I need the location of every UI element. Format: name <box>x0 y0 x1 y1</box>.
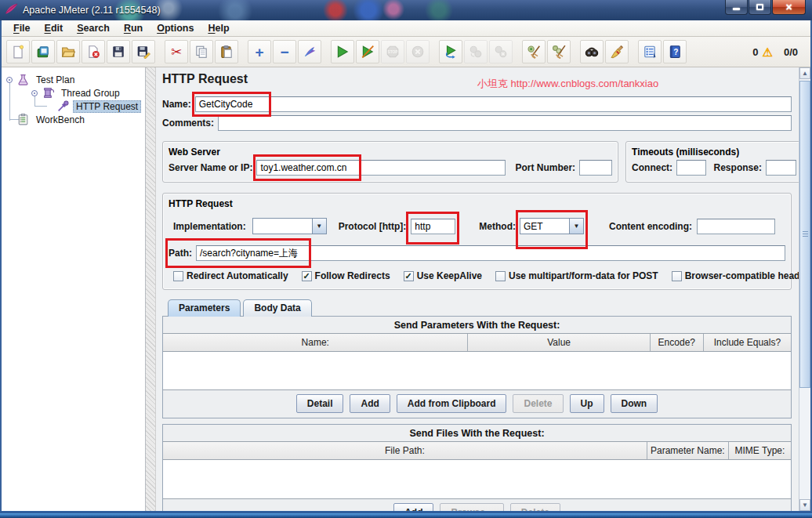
search-reset-button[interactable] <box>605 40 629 63</box>
tree-item-http-request[interactable]: HTTP Request <box>2 100 145 113</box>
column-header-value: Value <box>467 334 649 351</box>
up-button[interactable]: Up <box>570 394 604 413</box>
checkbox-redirect-automatically[interactable]: Redirect Automatically <box>173 270 288 281</box>
paste-button[interactable] <box>215 40 238 63</box>
expand-all-button[interactable]: + <box>248 40 271 63</box>
save-button[interactable] <box>107 40 130 63</box>
tree-item-label: Test Plan <box>33 74 78 86</box>
connect-timeout-field[interactable] <box>676 160 705 176</box>
search-button[interactable] <box>580 40 604 63</box>
checkbox-follow-redirects[interactable]: ✓Follow Redirects <box>302 270 390 281</box>
close-button[interactable]: × <box>772 0 806 15</box>
remote-start-all-icon <box>469 45 483 59</box>
test-plan-icon <box>16 73 30 86</box>
tree-item-label: WorkBench <box>33 114 88 126</box>
close-file-button[interactable] <box>82 40 105 63</box>
stop-button[interactable]: STOP <box>381 40 404 63</box>
start-button[interactable] <box>331 40 354 63</box>
checkbox-browser-compatible-headers[interactable]: Browser-compatible headers <box>672 270 799 281</box>
checkbox-icon: ✓ <box>404 271 414 281</box>
window-bottom-edge <box>0 511 812 518</box>
maximize-button[interactable] <box>749 0 771 15</box>
detail-button[interactable]: Detail <box>296 394 344 413</box>
port-number-field[interactable] <box>579 160 612 176</box>
function-helper-button[interactable] <box>638 40 662 63</box>
toggle-button[interactable] <box>298 40 321 63</box>
content-encoding-field[interactable] <box>697 219 775 234</box>
response-timeout-field[interactable] <box>766 160 796 176</box>
shutdown-button[interactable] <box>406 40 430 63</box>
minimize-icon <box>733 8 740 10</box>
chevron-down-icon: ▼ <box>312 219 326 234</box>
tree-item-thread-group[interactable]: Thread Group <box>2 86 145 100</box>
remote-stop-all-button[interactable] <box>489 40 513 63</box>
title-bar[interactable]: Apache JMeter (2.11 r1554548) × <box>0 0 812 20</box>
parameters-section: Send Parameters With the Request: Name:V… <box>162 316 792 418</box>
menu-help[interactable]: Help <box>201 21 236 35</box>
parameters-table-body[interactable] <box>163 352 791 390</box>
name-field[interactable]: GetCityCode <box>195 96 792 112</box>
implementation-dropdown[interactable]: ▼ <box>252 218 327 234</box>
menu-edit[interactable]: Edit <box>38 21 71 35</box>
port-number-label: Port Number: <box>515 162 575 173</box>
delete-button[interactable]: Delete <box>513 394 563 413</box>
menu-file[interactable]: File <box>6 21 38 35</box>
help-button[interactable]: ? <box>663 40 687 63</box>
files-section: Send Files With the Request: File Path:P… <box>162 424 792 511</box>
down-button[interactable]: Down <box>611 394 658 413</box>
vertical-scrollbar[interactable]: ▲ ▼ <box>799 67 810 511</box>
remote-start-icon <box>444 45 458 59</box>
add-button[interactable]: Add <box>350 394 390 413</box>
clear-button[interactable] <box>522 40 546 63</box>
cut-button[interactable]: ✂ <box>165 40 188 63</box>
add-button[interactable]: Add <box>393 503 433 511</box>
connect-label: Connect: <box>632 162 672 173</box>
copy-button[interactable] <box>190 40 213 63</box>
menu-run[interactable]: Run <box>117 21 150 35</box>
templates-button[interactable] <box>31 40 55 63</box>
tree-item-label: Thread Group <box>58 87 123 100</box>
split-pane-divider[interactable] <box>146 67 156 511</box>
checkbox-use-keepalive[interactable]: ✓Use KeepAlive <box>404 270 482 281</box>
save-as-button[interactable] <box>132 40 155 63</box>
remote-start-button[interactable] <box>439 40 462 63</box>
scroll-down-arrow[interactable]: ▼ <box>799 499 810 511</box>
templates-icon <box>36 45 50 59</box>
checkbox-use-multipart-form-data-for-post[interactable]: Use multipart/form-data for POST <box>495 270 658 281</box>
new-file-button[interactable] <box>6 40 30 63</box>
open-file-button[interactable] <box>56 40 80 63</box>
parameters-buttons: DetailAddAdd from ClipboardDeleteUpDown <box>163 390 791 418</box>
browse-button[interactable]: Browse... <box>440 503 503 511</box>
method-dropdown[interactable]: GET ▼ <box>520 218 584 234</box>
protocol-field[interactable]: http <box>411 219 455 234</box>
menu-bar: FileEditSearchRunOptionsHelp <box>2 20 810 37</box>
menu-search[interactable]: Search <box>70 21 117 35</box>
clear-all-button[interactable] <box>547 40 571 63</box>
add-from-clipboard-button[interactable]: Add from Clipboard <box>397 394 507 413</box>
tab-body-data[interactable]: Body Data <box>243 299 311 317</box>
server-name-field[interactable]: toy1.weather.com.cn <box>256 160 506 176</box>
tree-item-test-plan[interactable]: Test Plan <box>2 73 145 86</box>
scrollbar-thumb[interactable] <box>799 81 810 388</box>
files-table-body[interactable] <box>163 460 791 499</box>
function-helper-icon <box>643 45 657 59</box>
timeouts-group: Timeouts (milliseconds) Connect: Respons… <box>625 141 799 183</box>
tree-item-workbench[interactable]: WorkBench <box>2 113 145 126</box>
path-field[interactable]: /search?cityname=上海 <box>196 245 785 261</box>
tab-parameters[interactable]: Parameters <box>168 299 241 317</box>
tree-expand-handle[interactable] <box>31 90 38 96</box>
clear-all-icon <box>552 45 566 59</box>
remote-start-all-button[interactable] <box>464 40 488 63</box>
tree-expand-handle[interactable] <box>6 77 13 83</box>
collapse-all-button[interactable]: − <box>273 40 296 63</box>
minimize-button[interactable] <box>725 0 748 15</box>
start-no-pauses-button[interactable] <box>356 40 379 63</box>
svg-text:STOP: STOP <box>388 50 398 54</box>
thread-group-icon <box>42 86 55 100</box>
help-icon: ? <box>668 45 682 59</box>
delete-button[interactable]: Delete <box>510 503 560 511</box>
menu-options[interactable]: Options <box>150 21 201 35</box>
comments-field[interactable] <box>218 115 792 131</box>
http-request-legend: HTTP Request <box>166 198 235 209</box>
scroll-up-arrow[interactable]: ▲ <box>799 67 810 79</box>
